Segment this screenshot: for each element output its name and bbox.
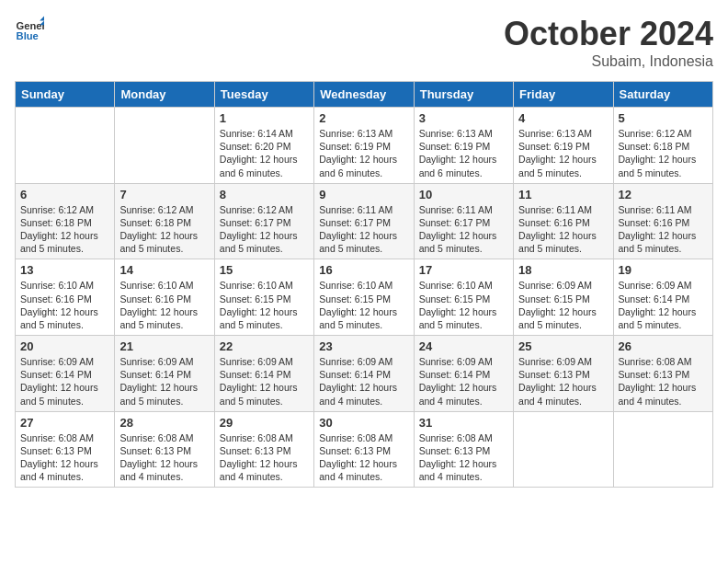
day-number: 31 — [419, 416, 508, 430]
cell-text: Sunrise: 6:09 AM Sunset: 6:14 PM Dayligh… — [119, 355, 209, 408]
calendar-cell: 6Sunrise: 6:12 AM Sunset: 6:18 PM Daylig… — [16, 183, 115, 259]
day-number: 15 — [220, 263, 309, 277]
day-number: 1 — [220, 111, 309, 125]
calendar-cell: 30Sunrise: 6:08 AM Sunset: 6:13 PM Dayli… — [314, 411, 414, 488]
svg-text:General: General — [17, 20, 44, 31]
weekday-header: Tuesday — [214, 82, 313, 108]
cell-text: Sunrise: 6:08 AM Sunset: 6:13 PM Dayligh… — [419, 431, 508, 484]
cell-text: Sunrise: 6:10 AM Sunset: 6:16 PM Dayligh… — [20, 279, 109, 331]
calendar-week: 27Sunrise: 6:08 AM Sunset: 6:13 PM Dayli… — [16, 411, 713, 488]
location-title: Subaim, Indonesia — [504, 53, 713, 70]
calendar-week: 13Sunrise: 6:10 AM Sunset: 6:16 PM Dayli… — [16, 259, 713, 336]
cell-text: Sunrise: 6:09 AM Sunset: 6:14 PM Dayligh… — [20, 355, 109, 408]
weekday-header: Saturday — [613, 82, 712, 108]
calendar-cell: 29Sunrise: 6:08 AM Sunset: 6:13 PM Dayli… — [214, 411, 313, 488]
cell-text: Sunrise: 6:13 AM Sunset: 6:19 PM Dayligh… — [419, 127, 508, 179]
calendar-week: 20Sunrise: 6:09 AM Sunset: 6:14 PM Dayli… — [16, 336, 713, 412]
day-number: 23 — [319, 339, 408, 353]
calendar-cell: 15Sunrise: 6:10 AM Sunset: 6:15 PM Dayli… — [214, 259, 313, 336]
calendar-cell: 25Sunrise: 6:09 AM Sunset: 6:13 PM Dayli… — [514, 336, 613, 412]
calendar-cell: 20Sunrise: 6:09 AM Sunset: 6:14 PM Dayli… — [16, 336, 115, 412]
cell-text: Sunrise: 6:08 AM Sunset: 6:13 PM Dayligh… — [220, 431, 309, 484]
cell-text: Sunrise: 6:11 AM Sunset: 6:16 PM Dayligh… — [518, 203, 608, 256]
calendar-cell: 2Sunrise: 6:13 AM Sunset: 6:19 PM Daylig… — [314, 108, 414, 184]
calendar-cell — [115, 108, 214, 184]
calendar-cell: 27Sunrise: 6:08 AM Sunset: 6:13 PM Dayli… — [16, 411, 115, 488]
cell-text: Sunrise: 6:08 AM Sunset: 6:13 PM Dayligh… — [619, 355, 708, 408]
cell-text: Sunrise: 6:08 AM Sunset: 6:13 PM Dayligh… — [119, 431, 209, 484]
calendar-cell: 3Sunrise: 6:13 AM Sunset: 6:19 PM Daylig… — [414, 108, 513, 184]
calendar-cell — [514, 411, 613, 488]
cell-text: Sunrise: 6:09 AM Sunset: 6:14 PM Dayligh… — [419, 355, 508, 408]
cell-text: Sunrise: 6:10 AM Sunset: 6:15 PM Dayligh… — [319, 279, 408, 331]
day-number: 28 — [119, 416, 209, 430]
day-number: 4 — [518, 111, 608, 125]
page-header: General Blue October 2024 Subaim, Indone… — [15, 15, 713, 70]
calendar-header: SundayMondayTuesdayWednesdayThursdayFrid… — [16, 82, 713, 108]
logo-icon: General Blue — [15, 15, 44, 44]
calendar-cell: 12Sunrise: 6:11 AM Sunset: 6:16 PM Dayli… — [613, 183, 712, 259]
cell-text: Sunrise: 6:13 AM Sunset: 6:19 PM Dayligh… — [518, 127, 608, 179]
calendar-cell: 5Sunrise: 6:12 AM Sunset: 6:18 PM Daylig… — [613, 108, 712, 184]
cell-text: Sunrise: 6:11 AM Sunset: 6:16 PM Dayligh… — [619, 203, 708, 256]
day-number: 25 — [518, 339, 608, 353]
calendar-cell: 22Sunrise: 6:09 AM Sunset: 6:14 PM Dayli… — [214, 336, 313, 412]
calendar-cell: 1Sunrise: 6:14 AM Sunset: 6:20 PM Daylig… — [214, 108, 313, 184]
weekday-header: Friday — [514, 82, 613, 108]
calendar-cell: 14Sunrise: 6:10 AM Sunset: 6:16 PM Dayli… — [115, 259, 214, 336]
day-number: 14 — [119, 263, 209, 277]
calendar-cell: 24Sunrise: 6:09 AM Sunset: 6:14 PM Dayli… — [414, 336, 513, 412]
day-number: 27 — [20, 416, 109, 430]
calendar-cell: 19Sunrise: 6:09 AM Sunset: 6:14 PM Dayli… — [613, 259, 712, 336]
day-number: 8 — [220, 188, 309, 201]
month-title: October 2024 — [504, 15, 713, 53]
cell-text: Sunrise: 6:09 AM Sunset: 6:13 PM Dayligh… — [518, 355, 608, 408]
cell-text: Sunrise: 6:12 AM Sunset: 6:17 PM Dayligh… — [220, 203, 309, 256]
logo: General Blue — [15, 15, 44, 44]
svg-marker-2 — [40, 17, 44, 21]
cell-text: Sunrise: 6:12 AM Sunset: 6:18 PM Dayligh… — [619, 127, 708, 179]
calendar-cell: 28Sunrise: 6:08 AM Sunset: 6:13 PM Dayli… — [115, 411, 214, 488]
day-number: 29 — [220, 416, 309, 430]
cell-text: Sunrise: 6:11 AM Sunset: 6:17 PM Dayligh… — [319, 203, 408, 256]
weekday-header: Monday — [115, 82, 214, 108]
cell-text: Sunrise: 6:10 AM Sunset: 6:16 PM Dayligh… — [119, 279, 209, 331]
calendar-cell: 4Sunrise: 6:13 AM Sunset: 6:19 PM Daylig… — [514, 108, 613, 184]
cell-text: Sunrise: 6:08 AM Sunset: 6:13 PM Dayligh… — [20, 431, 109, 484]
calendar-cell: 18Sunrise: 6:09 AM Sunset: 6:15 PM Dayli… — [514, 259, 613, 336]
calendar-cell: 13Sunrise: 6:10 AM Sunset: 6:16 PM Dayli… — [16, 259, 115, 336]
day-number: 16 — [319, 263, 408, 277]
calendar-week: 1Sunrise: 6:14 AM Sunset: 6:20 PM Daylig… — [16, 108, 713, 184]
calendar-cell: 10Sunrise: 6:11 AM Sunset: 6:17 PM Dayli… — [414, 183, 513, 259]
day-number: 13 — [20, 263, 109, 277]
calendar-cell: 31Sunrise: 6:08 AM Sunset: 6:13 PM Dayli… — [414, 411, 513, 488]
calendar-cell: 23Sunrise: 6:09 AM Sunset: 6:14 PM Dayli… — [314, 336, 414, 412]
cell-text: Sunrise: 6:12 AM Sunset: 6:18 PM Dayligh… — [20, 203, 109, 256]
cell-text: Sunrise: 6:09 AM Sunset: 6:14 PM Dayligh… — [220, 355, 309, 408]
day-number: 3 — [419, 111, 508, 125]
day-number: 18 — [518, 263, 608, 277]
day-number: 7 — [119, 188, 209, 201]
day-number: 5 — [619, 111, 708, 125]
calendar-cell: 9Sunrise: 6:11 AM Sunset: 6:17 PM Daylig… — [314, 183, 414, 259]
calendar-table: SundayMondayTuesdayWednesdayThursdayFrid… — [15, 81, 713, 488]
header-row: SundayMondayTuesdayWednesdayThursdayFrid… — [16, 82, 713, 108]
day-number: 2 — [319, 111, 408, 125]
day-number: 9 — [319, 188, 408, 201]
cell-text: Sunrise: 6:10 AM Sunset: 6:15 PM Dayligh… — [419, 279, 508, 331]
cell-text: Sunrise: 6:14 AM Sunset: 6:20 PM Dayligh… — [220, 127, 309, 179]
day-number: 12 — [619, 188, 708, 201]
calendar-week: 6Sunrise: 6:12 AM Sunset: 6:18 PM Daylig… — [16, 183, 713, 259]
calendar-cell: 17Sunrise: 6:10 AM Sunset: 6:15 PM Dayli… — [414, 259, 513, 336]
calendar-cell — [16, 108, 115, 184]
svg-text:Blue: Blue — [17, 30, 39, 41]
cell-text: Sunrise: 6:12 AM Sunset: 6:18 PM Dayligh… — [119, 203, 209, 256]
cell-text: Sunrise: 6:13 AM Sunset: 6:19 PM Dayligh… — [319, 127, 408, 179]
cell-text: Sunrise: 6:09 AM Sunset: 6:14 PM Dayligh… — [619, 279, 708, 331]
day-number: 19 — [619, 263, 708, 277]
calendar-cell: 21Sunrise: 6:09 AM Sunset: 6:14 PM Dayli… — [115, 336, 214, 412]
day-number: 26 — [619, 339, 708, 353]
cell-text: Sunrise: 6:09 AM Sunset: 6:14 PM Dayligh… — [319, 355, 408, 408]
cell-text: Sunrise: 6:11 AM Sunset: 6:17 PM Dayligh… — [419, 203, 508, 256]
day-number: 21 — [119, 339, 209, 353]
